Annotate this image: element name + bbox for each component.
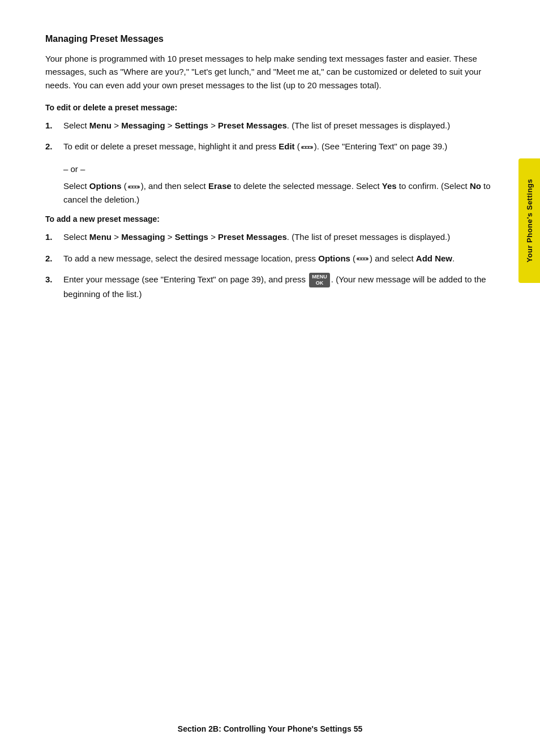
step-num-1: 1.	[45, 119, 63, 132]
side-tab: Your Phone's Settings	[518, 158, 540, 283]
add-step-3: 3. Enter your message (see "Entering Tex…	[45, 273, 495, 300]
add-step-num-1: 1.	[45, 230, 63, 243]
add-step-num-3: 3.	[45, 273, 63, 286]
or-divider: – or –	[63, 163, 495, 175]
page-container: Your Phone's Settings Managing Preset Me…	[0, 0, 540, 756]
add-step-content-1: Select Menu > Messaging > Settings > Pre…	[63, 230, 495, 243]
edit-step-2: 2. To edit or delete a preset message, h…	[45, 140, 495, 153]
edit-step-1: 1. Select Menu > Messaging > Settings > …	[45, 119, 495, 132]
add-step-num-2: 2.	[45, 252, 63, 265]
content: Managing Preset Messages Your phone is p…	[45, 34, 495, 300]
footer: Section 2B: Controlling Your Phone's Set…	[0, 724, 540, 733]
edit-heading: To edit or delete a preset message:	[45, 103, 495, 112]
add-step-2: 2. To add a new message, select the desi…	[45, 252, 495, 265]
or-block: Select Options (), and then select Erase…	[63, 179, 495, 207]
add-heading: To add a new preset message:	[45, 214, 495, 224]
add-step-content-2: To add a new message, select the desired…	[63, 252, 495, 265]
edit-steps-list: 1. Select Menu > Messaging > Settings > …	[45, 119, 495, 153]
step-content-1: Select Menu > Messaging > Settings > Pre…	[63, 119, 495, 132]
add-steps-list: 1. Select Menu > Messaging > Settings > …	[45, 230, 495, 300]
menu-ok-icon: MENUOK	[309, 273, 330, 287]
step-num-2: 2.	[45, 140, 63, 153]
section-title: Managing Preset Messages	[45, 34, 495, 44]
intro-text: Your phone is programmed with 10 preset …	[45, 52, 495, 92]
options-icon-edit	[301, 146, 313, 149]
add-step-1: 1. Select Menu > Messaging > Settings > …	[45, 230, 495, 243]
add-step-content-3: Enter your message (see "Entering Text" …	[63, 273, 495, 300]
side-tab-text: Your Phone's Settings	[525, 179, 534, 263]
options-icon-add	[357, 257, 368, 260]
options-icon-or	[128, 186, 140, 188]
step-content-2: To edit or delete a preset message, high…	[63, 140, 495, 153]
footer-text: Section 2B: Controlling Your Phone's Set…	[178, 724, 362, 733]
